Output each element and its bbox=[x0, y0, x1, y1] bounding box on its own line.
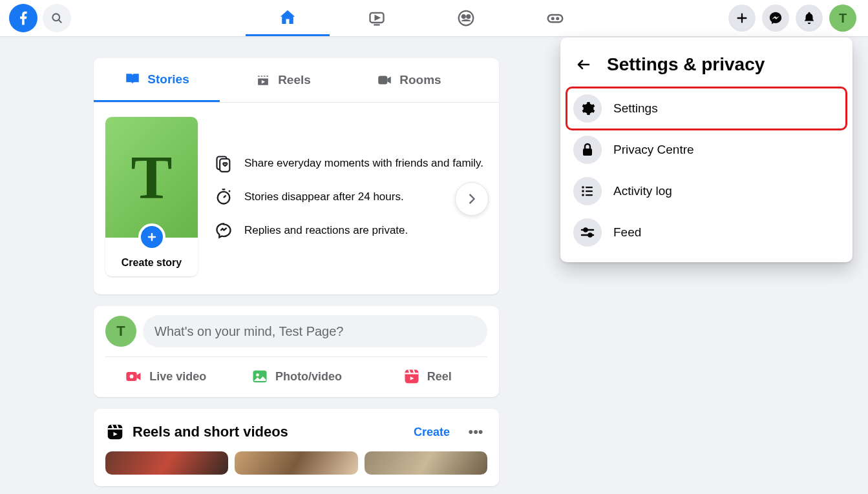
search-button[interactable] bbox=[43, 4, 71, 32]
composer-photo-video[interactable]: Photo/video bbox=[231, 361, 361, 392]
reels-icon bbox=[105, 422, 125, 442]
composer-avatar[interactable]: T bbox=[105, 316, 136, 347]
notifications-button[interactable] bbox=[796, 5, 823, 32]
svg-point-9 bbox=[557, 17, 559, 19]
story-info-row: Share everyday moments with friends and … bbox=[215, 154, 483, 172]
svg-point-31 bbox=[582, 194, 584, 196]
stories-tab-rooms[interactable]: Rooms bbox=[346, 58, 472, 102]
svg-line-18 bbox=[224, 195, 226, 198]
composer-live-video[interactable]: Live video bbox=[100, 361, 231, 392]
svg-point-17 bbox=[218, 191, 230, 203]
reels-thumbnail-row bbox=[94, 451, 499, 486]
reels-title: Reels and short videos bbox=[132, 424, 399, 440]
story-info-row: Replies and reactions are private. bbox=[215, 221, 483, 240]
groups-icon bbox=[456, 8, 476, 28]
reel-thumbnail[interactable] bbox=[235, 451, 357, 475]
dropdown-item-label: Activity log bbox=[613, 184, 672, 198]
story-info-text: Stories disappear after 24 hours. bbox=[244, 190, 404, 203]
svg-point-8 bbox=[552, 17, 554, 19]
stories-tab-reels[interactable]: Reels bbox=[220, 58, 346, 102]
lock-icon bbox=[573, 136, 602, 164]
dropdown-item-activity-log[interactable]: Activity log bbox=[567, 170, 846, 212]
svg-rect-12 bbox=[379, 76, 388, 85]
top-navigation-bar: T bbox=[0, 0, 868, 36]
stories-card: Stories Reels Rooms T bbox=[94, 58, 499, 294]
svg-line-20 bbox=[229, 190, 230, 192]
dropdown-item-label: Settings bbox=[613, 101, 658, 116]
chevron-right-icon bbox=[465, 192, 479, 206]
gear-icon bbox=[573, 94, 602, 123]
composer-input[interactable]: What's on your mind, Test Page? bbox=[143, 315, 487, 347]
dropdown-item-settings[interactable]: Settings bbox=[567, 88, 846, 129]
composer-placeholder: What's on your mind, Test Page? bbox=[154, 324, 344, 339]
stopwatch-icon bbox=[215, 188, 233, 206]
sliders-icon bbox=[573, 218, 602, 247]
stories-body: T Create story Share everyday moments wi… bbox=[94, 103, 499, 294]
account-avatar-button[interactable]: T bbox=[829, 5, 856, 32]
messenger-button[interactable] bbox=[762, 5, 789, 32]
svg-point-38 bbox=[589, 234, 592, 237]
reel-thumbnail[interactable] bbox=[365, 451, 487, 475]
svg-rect-25 bbox=[405, 370, 418, 384]
watch-tab[interactable] bbox=[335, 0, 419, 36]
facebook-logo[interactable] bbox=[9, 4, 37, 32]
messenger-outline-icon bbox=[215, 221, 233, 240]
cards-heart-icon bbox=[215, 154, 233, 172]
svg-point-6 bbox=[467, 15, 470, 18]
reel-icon bbox=[403, 367, 421, 386]
reels-more-button[interactable]: ••• bbox=[464, 420, 487, 444]
create-story-initial: T bbox=[131, 141, 172, 213]
svg-point-4 bbox=[459, 11, 474, 26]
composer-actions: Live video Photo/video Reel bbox=[94, 357, 499, 397]
reel-thumbnail[interactable] bbox=[105, 451, 228, 475]
dropdown-item-label: Privacy Centre bbox=[613, 143, 694, 157]
dropdown-item-label: Feed bbox=[613, 225, 641, 240]
composer-reel[interactable]: Reel bbox=[362, 361, 492, 392]
topbar-left-group bbox=[0, 4, 233, 32]
groups-tab[interactable] bbox=[424, 0, 508, 36]
story-info-row: Stories disappear after 24 hours. bbox=[215, 188, 483, 206]
book-open-icon bbox=[124, 71, 141, 88]
svg-line-1 bbox=[59, 20, 61, 23]
composer-avatar-initial: T bbox=[116, 323, 125, 340]
svg-rect-33 bbox=[586, 190, 593, 192]
svg-point-22 bbox=[130, 375, 134, 378]
search-icon bbox=[50, 12, 63, 25]
composer-action-label: Photo/video bbox=[275, 370, 342, 384]
svg-point-5 bbox=[462, 15, 465, 18]
svg-point-24 bbox=[256, 373, 259, 376]
home-tab[interactable] bbox=[246, 0, 330, 36]
story-info-text: Share everyday moments with friends and … bbox=[244, 157, 483, 170]
svg-rect-7 bbox=[548, 15, 563, 22]
dropdown-back-button[interactable] bbox=[572, 53, 595, 76]
bell-icon bbox=[802, 11, 816, 25]
photo-icon bbox=[251, 367, 269, 386]
stories-tabs: Stories Reels Rooms bbox=[94, 58, 499, 103]
plus-icon bbox=[145, 231, 158, 243]
topbar-center-tabs bbox=[233, 0, 728, 36]
story-info-text: Replies and reactions are private. bbox=[244, 224, 408, 237]
feed-column: Stories Reels Rooms T bbox=[94, 58, 499, 494]
settings-privacy-dropdown: Settings & privacy Settings Privacy Cent… bbox=[560, 37, 852, 262]
stories-next-button[interactable] bbox=[455, 182, 489, 216]
stories-tab-label: Rooms bbox=[399, 73, 441, 87]
create-story-image: T bbox=[105, 117, 198, 238]
create-button[interactable] bbox=[728, 5, 756, 32]
dropdown-item-feed[interactable]: Feed bbox=[567, 212, 846, 253]
gaming-tab[interactable] bbox=[513, 0, 597, 36]
dropdown-item-privacy-centre[interactable]: Privacy Centre bbox=[567, 129, 846, 170]
topbar-right-group: T bbox=[728, 5, 868, 32]
create-story-card[interactable]: T Create story bbox=[105, 117, 198, 276]
stories-tab-stories[interactable]: Stories bbox=[94, 58, 220, 102]
svg-rect-26 bbox=[108, 425, 123, 440]
stories-tab-label: Stories bbox=[147, 72, 189, 87]
composer-top-row: T What's on your mind, Test Page? bbox=[94, 306, 499, 356]
reels-section-card: Reels and short videos Create ••• bbox=[94, 409, 499, 486]
home-icon bbox=[278, 8, 297, 27]
svg-rect-34 bbox=[586, 194, 593, 196]
stories-tab-label: Reels bbox=[278, 73, 311, 87]
reels-create-button[interactable]: Create bbox=[407, 423, 456, 442]
svg-rect-32 bbox=[586, 187, 593, 188]
dropdown-title: Settings & privacy bbox=[607, 54, 765, 75]
video-camera-icon bbox=[376, 72, 393, 88]
